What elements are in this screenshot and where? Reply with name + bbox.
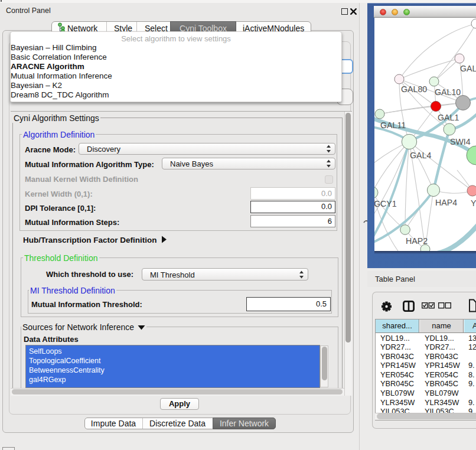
svg-text:HAP4: HAP4 bbox=[435, 198, 457, 207]
svg-text:Y: Y bbox=[471, 198, 476, 208]
svg-text:GAL: GAL bbox=[460, 64, 476, 73]
svg-text:GCY1: GCY1 bbox=[374, 199, 397, 208]
svg-text:GAL10: GAL10 bbox=[435, 87, 461, 97]
svg-text:GAL1: GAL1 bbox=[438, 113, 459, 122]
svg-text:GAL11: GAL11 bbox=[380, 120, 406, 130]
svg-text:GAL80: GAL80 bbox=[401, 84, 427, 94]
svg-text:GAL4: GAL4 bbox=[410, 151, 431, 160]
svg-text:SWI4: SWI4 bbox=[450, 137, 471, 146]
svg-text:HAP2: HAP2 bbox=[406, 236, 428, 246]
